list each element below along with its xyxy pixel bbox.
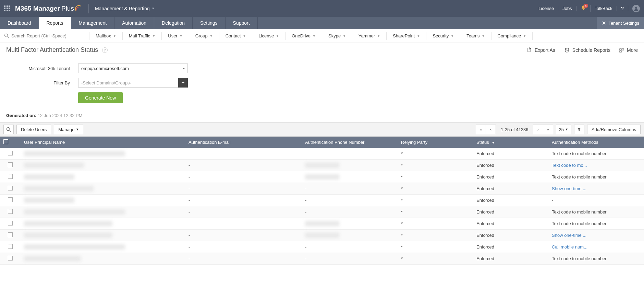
cell-email: -	[185, 206, 302, 218]
schedule-reports-button[interactable]: Schedule Reports	[564, 47, 610, 53]
pager-range: 1-25 of 41236	[496, 127, 533, 132]
cell-relying: *	[398, 206, 473, 218]
row-checkbox[interactable]	[8, 162, 13, 167]
filter-by-select[interactable]: -Select Domains/Groups-	[78, 78, 178, 88]
context-dropdown[interactable]: Management & Reporting ▾	[95, 6, 155, 11]
table-search-button[interactable]	[3, 125, 14, 134]
cell-relying: *	[398, 160, 473, 171]
tenant-settings-button[interactable]: Tenant Settings	[597, 17, 644, 29]
category-label: License	[258, 33, 274, 38]
delete-users-label: Delete Users	[21, 127, 47, 132]
nav-tab-automation[interactable]: Automation	[114, 17, 154, 29]
svg-point-1	[603, 22, 605, 24]
table-row: ███████████████████-████████*EnforcedTex…	[0, 160, 644, 171]
add-remove-columns-button[interactable]: Add/Remove Columns	[587, 125, 641, 134]
report-search[interactable]	[0, 33, 89, 38]
cell-upn: ████████████████████████████████	[21, 148, 185, 160]
export-label: Export As	[535, 47, 555, 53]
category-onedrive[interactable]: OneDrive▼	[285, 33, 322, 38]
tenant-label: Microsoft 365 Tenant	[6, 66, 78, 71]
export-as-button[interactable]: Export As	[527, 47, 555, 53]
pager-prev-button[interactable]: ‹	[486, 125, 496, 134]
cell-methods: Show one-time ...	[548, 230, 644, 241]
row-checkbox[interactable]	[8, 256, 13, 261]
nav-tab-settings[interactable]: Settings	[193, 17, 226, 29]
page-help-button[interactable]: ?	[102, 47, 108, 53]
talkback-link[interactable]: TalkBack	[591, 6, 617, 11]
category-group[interactable]: Group▼	[189, 33, 219, 38]
row-checkbox[interactable]	[8, 174, 13, 179]
category-contact[interactable]: Contact▼	[219, 33, 252, 38]
table-row: ████████████████████████████████--*Enfor…	[0, 206, 644, 218]
table-row: ████████████████████████████████--*Enfor…	[0, 148, 644, 160]
category-teams[interactable]: Teams▼	[460, 33, 491, 38]
category-mail-traffic[interactable]: Mail Traffic▼	[123, 33, 162, 38]
category-compliance[interactable]: Compliance▼	[491, 33, 533, 38]
row-checkbox[interactable]	[8, 244, 13, 249]
page-size-dropdown[interactable]: 25 ▼	[556, 125, 571, 134]
manage-dropdown[interactable]: Manage ▼	[54, 125, 83, 134]
chevron-down-icon: ▼	[451, 34, 454, 38]
cell-phone: -	[302, 183, 398, 195]
brand-suffix: Plus	[61, 5, 74, 12]
pager-first-button[interactable]: «	[476, 125, 486, 134]
notifications-button[interactable]: 4	[576, 5, 591, 12]
row-checkbox[interactable]	[8, 186, 13, 190]
jobs-link[interactable]: Jobs	[558, 6, 576, 11]
column-email[interactable]: Authentication E-mail	[185, 137, 302, 148]
column-status[interactable]: Status ▼	[473, 137, 548, 148]
row-checkbox[interactable]	[8, 209, 13, 214]
category-skype[interactable]: Skype▼	[322, 33, 352, 38]
more-button[interactable]: More	[619, 47, 638, 53]
search-input[interactable]	[11, 33, 80, 38]
nav-tab-management[interactable]: Management	[71, 17, 115, 29]
chevron-down-icon: ▼	[243, 34, 246, 38]
row-checkbox[interactable]	[8, 221, 13, 226]
category-security[interactable]: Security▼	[426, 33, 460, 38]
pager-next-button[interactable]: ›	[533, 125, 543, 134]
chevron-down-icon[interactable]: ▾	[180, 64, 187, 73]
clock-icon	[564, 47, 570, 53]
cell-relying: *	[398, 230, 473, 241]
user-avatar[interactable]	[632, 5, 640, 12]
select-all-header[interactable]	[0, 137, 21, 148]
table-row: ████████████████████████████-████████*En…	[0, 218, 644, 230]
category-user[interactable]: User▼	[162, 33, 189, 38]
chevron-down-icon: ▼	[210, 34, 213, 38]
app-launcher-icon[interactable]	[4, 5, 10, 12]
category-yammer[interactable]: Yammer▼	[352, 33, 386, 38]
add-filter-button[interactable]: +	[178, 78, 188, 88]
category-sharepoint[interactable]: SharePoint▼	[387, 33, 426, 38]
row-checkbox[interactable]	[8, 197, 13, 202]
more-label: More	[627, 47, 638, 53]
chevron-down-icon: ▼	[180, 34, 183, 38]
help-button[interactable]: ?	[617, 5, 628, 11]
column-relying[interactable]: Relying Party	[398, 137, 473, 148]
license-link[interactable]: License	[534, 6, 558, 11]
filter-by-label: Filter By	[6, 80, 78, 85]
cell-phone: -	[302, 253, 398, 265]
cell-email: -	[185, 230, 302, 241]
column-methods[interactable]: Authentication Methods	[548, 137, 644, 148]
nav-tab-reports[interactable]: Reports	[39, 17, 71, 29]
category-label: Compliance	[498, 33, 521, 38]
chevron-down-icon: ▼	[523, 34, 526, 38]
pager-last-button[interactable]: »	[543, 125, 553, 134]
column-upn[interactable]: User Principal Name	[21, 137, 185, 148]
delete-users-button[interactable]: Delete Users	[16, 125, 51, 134]
column-phone[interactable]: Authentication Phone Number	[302, 137, 398, 148]
category-mailbox[interactable]: Mailbox▼	[89, 33, 122, 38]
category-license[interactable]: License▼	[252, 33, 285, 38]
chevron-down-icon: ▼	[152, 34, 155, 38]
svg-point-9	[7, 127, 10, 130]
cell-status: Enforced	[473, 148, 548, 160]
generate-button[interactable]: Generate Now	[78, 92, 123, 103]
column-filter-button[interactable]	[574, 125, 584, 134]
nav-tab-dashboard[interactable]: Dashboard	[0, 17, 39, 29]
divider	[88, 4, 89, 13]
nav-tab-support[interactable]: Support	[226, 17, 258, 29]
tenant-select[interactable]: ompqa.onmicrosoft.com ▾	[78, 63, 188, 73]
nav-tab-delegation[interactable]: Delegation	[154, 17, 193, 29]
row-checkbox[interactable]	[8, 232, 13, 237]
row-checkbox[interactable]	[8, 151, 13, 155]
